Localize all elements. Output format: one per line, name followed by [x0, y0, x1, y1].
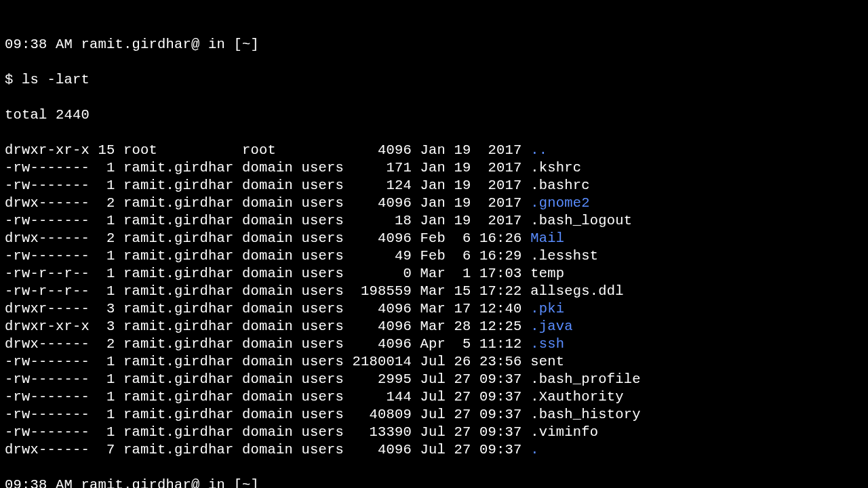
directory-name: Mail	[530, 230, 564, 246]
file-row: drwxr----- 3 ramit.girdhar domain users …	[5, 300, 863, 318]
terminal[interactable]: 09:38 AM ramit.girdhar@ in [~] $ ls -lar…	[0, 0, 868, 488]
file-name: temp	[530, 266, 564, 281]
file-name: .bash_history	[530, 407, 641, 422]
file-name: .bash_logout	[530, 213, 632, 228]
file-row: -rw------- 1 ramit.girdhar domain users …	[5, 424, 863, 441]
file-row: -rw------- 1 ramit.girdhar domain users …	[5, 371, 863, 388]
file-row: drwx------ 2 ramit.girdhar domain users …	[5, 195, 863, 212]
file-row: -rw------- 1 ramit.girdhar domain users …	[5, 159, 863, 177]
file-name: sent	[530, 354, 564, 369]
file-name: allsegs.ddl	[530, 283, 624, 299]
prompt-line: 09:38 AM ramit.girdhar@ in [~]	[5, 36, 863, 54]
prompt-line: 09:38 AM ramit.girdhar@ in [~]	[5, 476, 863, 488]
file-row: -rw-r--r-- 1 ramit.girdhar domain users …	[5, 265, 863, 283]
file-row: drwx------ 2 ramit.girdhar domain users …	[5, 230, 863, 247]
file-name: .kshrc	[530, 160, 581, 176]
file-row: -rw------- 1 ramit.girdhar domain users …	[5, 212, 863, 230]
file-row: drwxr-xr-x 3 ramit.girdhar domain users …	[5, 318, 863, 336]
file-name: .bashrc	[530, 178, 590, 193]
file-row: -rw-r--r-- 1 ramit.girdhar domain users …	[5, 283, 863, 300]
file-row: drwx------ 2 ramit.girdhar domain users …	[5, 336, 863, 353]
file-row: -rw------- 1 ramit.girdhar domain users …	[5, 177, 863, 195]
directory-name: .java	[530, 319, 573, 334]
file-name: .lesshst	[530, 248, 598, 264]
total-line: total 2440	[5, 106, 863, 124]
file-row: drwx------ 7 ramit.girdhar domain users …	[5, 441, 863, 459]
file-name: .viminfo	[530, 424, 598, 440]
directory-name: .	[530, 442, 539, 458]
file-row: -rw------- 1 ramit.girdhar domain users …	[5, 247, 863, 265]
file-row: -rw------- 1 ramit.girdhar domain users …	[5, 353, 863, 371]
directory-name: .pki	[530, 301, 564, 317]
file-listing: drwxr-xr-x 15 root root 4096 Jan 19 2017…	[5, 142, 863, 459]
file-row: -rw------- 1 ramit.girdhar domain users …	[5, 406, 863, 424]
directory-name: .ssh	[530, 336, 564, 352]
file-row: -rw------- 1 ramit.girdhar domain users …	[5, 388, 863, 406]
directory-name: ..	[530, 142, 547, 158]
directory-name: .gnome2	[530, 195, 590, 211]
file-name: .Xauthority	[530, 389, 624, 405]
file-name: .bash_profile	[530, 371, 641, 387]
command-line: $ ls -lart	[5, 71, 863, 89]
file-row: drwxr-xr-x 15 root root 4096 Jan 19 2017…	[5, 142, 863, 159]
